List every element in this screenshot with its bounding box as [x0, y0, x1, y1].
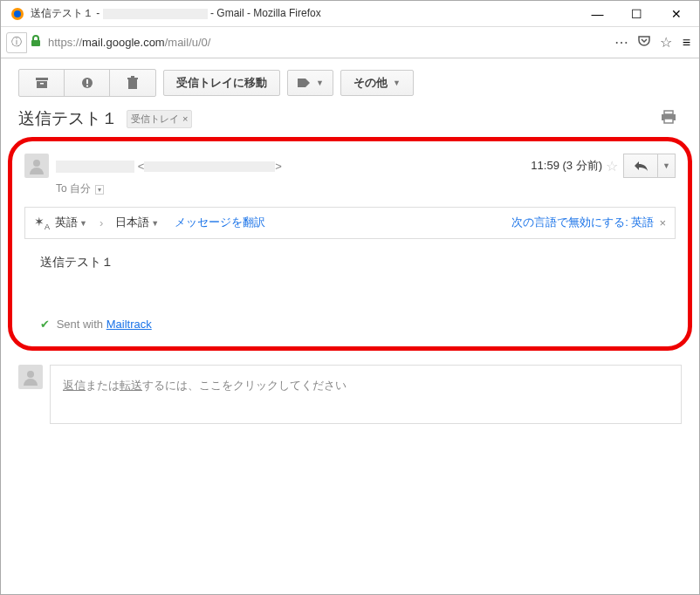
reply-area: 返信または転送するには、ここをクリックしてください	[18, 365, 682, 424]
lock-icon	[31, 35, 41, 50]
svg-point-1	[14, 10, 21, 17]
my-avatar-icon	[18, 365, 43, 389]
address-bar: ⓘ https://mail.google.com/mail/u/0/ ⋯ ☆ …	[1, 27, 699, 58]
subject-row: 送信テスト１ 受信トレイ×	[1, 106, 699, 137]
sender-avatar-icon	[24, 154, 49, 178]
mailtrack-link[interactable]: Mailtrack	[106, 318, 152, 331]
close-button[interactable]: ✕	[656, 2, 696, 26]
reply-more-button[interactable]: ▼	[658, 154, 676, 178]
translate-message-link[interactable]: メッセージを翻訳	[175, 215, 265, 230]
sender-email: <>	[134, 160, 282, 173]
pocket-icon[interactable]	[637, 34, 651, 51]
target-language-dropdown[interactable]: 日本語▼	[115, 215, 159, 230]
svg-rect-9	[128, 79, 137, 89]
print-icon[interactable]	[661, 110, 676, 127]
svg-rect-7	[86, 79, 88, 84]
translate-bar: ✶A 英語▼ › 日本語▼ メッセージを翻訳 次の言語で無効にする: 英語 ×	[24, 207, 676, 239]
source-language-dropdown[interactable]: 英語▼	[55, 215, 87, 230]
arrow-right-icon: ›	[100, 216, 103, 229]
svg-rect-14	[664, 119, 673, 123]
recipient-row: To 自分 ▾	[24, 180, 676, 207]
svg-rect-5	[40, 83, 44, 85]
svg-rect-12	[664, 111, 673, 114]
svg-rect-8	[86, 85, 88, 87]
window-controls: — ☐ ✕	[578, 2, 696, 26]
spam-button[interactable]	[65, 70, 110, 96]
more-button[interactable]: その他▼	[340, 70, 414, 96]
reply-button[interactable]	[623, 154, 658, 178]
minimize-button[interactable]: —	[578, 2, 617, 26]
inbox-label-chip[interactable]: 受信トレイ×	[127, 110, 192, 128]
window-title: 送信テスト１ - - Gmail - Mozilla Firefox	[31, 6, 578, 21]
translate-icon: ✶A	[34, 215, 50, 231]
star-icon[interactable]: ☆	[606, 158, 618, 174]
svg-rect-3	[36, 78, 48, 80]
action-group	[18, 69, 156, 97]
svg-rect-2	[31, 40, 40, 46]
browser-menu-button[interactable]: ≡	[679, 35, 694, 51]
site-info-button[interactable]: ⓘ	[6, 32, 27, 53]
firefox-icon	[10, 6, 25, 22]
message-time: 11:59 (3 分前)	[531, 158, 602, 174]
maximize-button[interactable]: ☐	[617, 2, 656, 26]
svg-rect-4	[37, 81, 47, 88]
message-body: 送信テスト１	[24, 250, 676, 314]
gmail-toolbar: 受信トレイに移動 ▼ その他▼	[1, 58, 699, 106]
svg-point-15	[33, 160, 40, 167]
reply-input[interactable]: 返信または転送するには、ここをクリックしてください	[50, 365, 682, 424]
bookmark-star-icon[interactable]: ☆	[660, 34, 672, 51]
svg-rect-10	[127, 78, 138, 79]
recipient-details-toggle[interactable]: ▾	[95, 185, 104, 195]
url-text[interactable]: https://mail.google.com/mail/u/0/	[45, 36, 614, 49]
highlighted-message-area: <> 11:59 (3 分前) ☆ ▼ To 自分 ▾ ✶A 英語▼ › 日本語…	[8, 137, 692, 351]
archive-button[interactable]	[19, 70, 65, 96]
sender-row: <> 11:59 (3 分前) ☆ ▼	[24, 148, 676, 180]
page-actions-icon[interactable]: ⋯	[614, 34, 628, 51]
labels-button[interactable]: ▼	[287, 70, 333, 96]
sender-name	[56, 158, 134, 174]
window-titlebar: 送信テスト１ - - Gmail - Mozilla Firefox — ☐ ✕	[1, 1, 699, 27]
svg-point-16	[27, 371, 34, 378]
delete-button[interactable]	[110, 70, 155, 96]
close-translate-icon[interactable]: ×	[659, 216, 666, 229]
move-to-inbox-button[interactable]: 受信トレイに移動	[163, 70, 280, 96]
remove-label-icon[interactable]: ×	[182, 113, 188, 124]
svg-rect-11	[131, 76, 134, 78]
mailtrack-check-icon: ✔	[40, 318, 50, 331]
disable-translate-link[interactable]: 次の言語で無効にする: 英語	[511, 215, 654, 230]
email-subject: 送信テスト１	[18, 107, 118, 130]
mailtrack-footer: ✔ Sent with Mailtrack	[24, 314, 676, 334]
